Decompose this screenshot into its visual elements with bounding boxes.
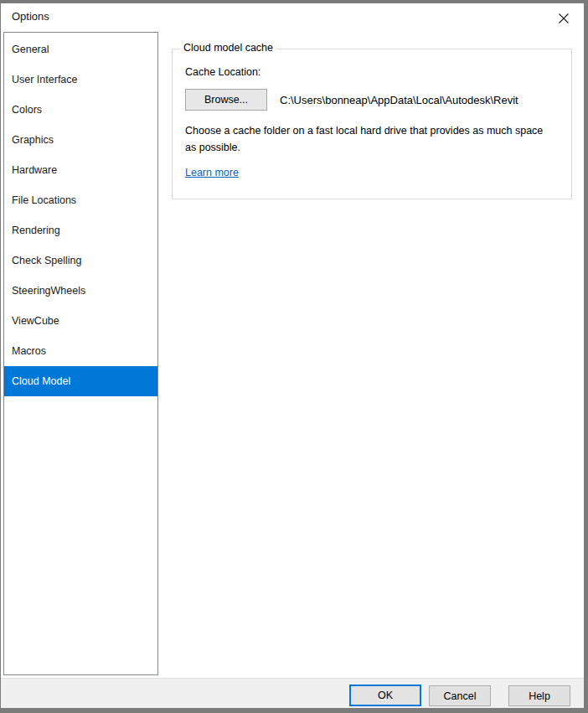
footer-bar: OK Cancel Help bbox=[1, 678, 584, 708]
cache-location-label: Cache Location: bbox=[185, 66, 260, 78]
browse-button[interactable]: Browse... bbox=[185, 89, 267, 111]
sidebar-item-user-interface[interactable]: User Interface bbox=[4, 65, 157, 95]
options-dialog: Options General User Interface Colors Gr… bbox=[1, 3, 584, 708]
title-bar: Options bbox=[1, 3, 584, 32]
sidebar-item-check-spelling[interactable]: Check Spelling bbox=[4, 245, 157, 276]
cache-path-value: C:\Users\bonneap\AppData\Local\Autodesk\… bbox=[280, 89, 518, 111]
sidebar-item-graphics[interactable]: Graphics bbox=[4, 125, 157, 155]
cloud-model-cache-group: Cloud model cache Cache Location: Browse… bbox=[172, 49, 572, 199]
sidebar-item-cloud-model[interactable]: Cloud Model bbox=[4, 366, 157, 396]
sidebar-item-general[interactable]: General bbox=[4, 34, 157, 65]
description-line-2: as possible. bbox=[185, 139, 543, 156]
sidebar-item-file-locations[interactable]: File Locations bbox=[4, 185, 157, 215]
sidebar-item-colors[interactable]: Colors bbox=[4, 95, 157, 125]
group-title: Cloud model cache bbox=[180, 42, 276, 54]
category-list: General User Interface Colors Graphics H… bbox=[3, 32, 158, 675]
sidebar-item-viewcube[interactable]: ViewCube bbox=[4, 306, 157, 336]
cancel-button[interactable]: Cancel bbox=[429, 685, 491, 706]
cache-description: Choose a cache folder on a fast local ha… bbox=[185, 122, 543, 156]
dialog-title: Options bbox=[12, 10, 49, 23]
sidebar-item-hardware[interactable]: Hardware bbox=[4, 155, 157, 185]
learn-more-link[interactable]: Learn more bbox=[185, 167, 239, 178]
help-button[interactable]: Help bbox=[508, 685, 570, 706]
sidebar-item-rendering[interactable]: Rendering bbox=[4, 215, 157, 245]
sidebar-item-macros[interactable]: Macros bbox=[4, 336, 157, 366]
description-line-1: Choose a cache folder on a fast local ha… bbox=[185, 122, 543, 139]
screen-backdrop: Options General User Interface Colors Gr… bbox=[0, 0, 588, 713]
ok-button[interactable]: OK bbox=[349, 685, 421, 706]
close-button[interactable] bbox=[550, 7, 577, 29]
sidebar-item-steeringwheels[interactable]: SteeringWheels bbox=[4, 276, 157, 306]
close-icon bbox=[558, 13, 570, 24]
